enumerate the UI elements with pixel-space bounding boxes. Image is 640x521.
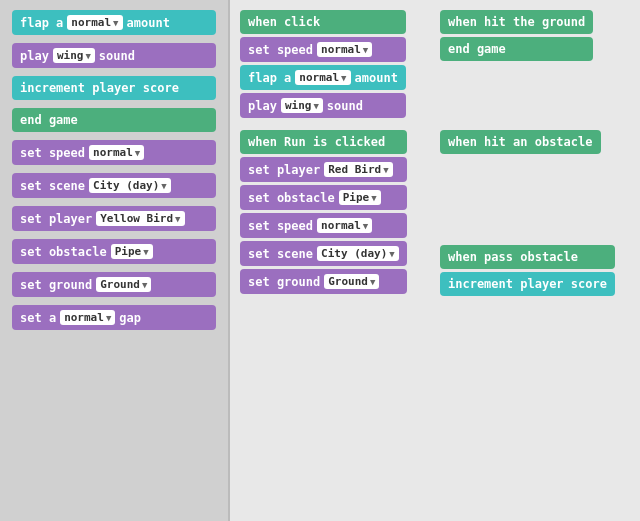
dropdown-normal[interactable]: normal bbox=[67, 15, 122, 30]
block-increment-score-r[interactable]: increment player score bbox=[440, 272, 615, 296]
block-set-speed-r2[interactable]: set speed normal bbox=[240, 213, 407, 238]
block-set-speed[interactable]: set speed normal bbox=[12, 140, 216, 165]
dropdown-wing-r1[interactable]: wing bbox=[281, 98, 323, 113]
trigger-when-hit-obstacle[interactable]: when hit an obstacle bbox=[440, 130, 601, 154]
block-label: set player bbox=[248, 163, 320, 177]
block-set-scene-r[interactable]: set scene City (day) bbox=[240, 241, 407, 266]
block-label: increment player score bbox=[20, 81, 179, 95]
when-hit-ground-group: when hit the ground end game bbox=[440, 10, 593, 61]
block-set-scene[interactable]: set scene City (day) bbox=[12, 173, 216, 198]
block-play-wing[interactable]: play wing sound bbox=[12, 43, 216, 68]
block-label: amount bbox=[127, 16, 170, 30]
block-label: set ground bbox=[248, 275, 320, 289]
trigger-when-run-clicked[interactable]: when Run is clicked bbox=[240, 130, 407, 154]
block-label: sound bbox=[327, 99, 363, 113]
right-panel: when click set speed normal flap a norma… bbox=[230, 0, 640, 521]
block-set-player-r[interactable]: set player Red Bird bbox=[240, 157, 407, 182]
trigger-when-click[interactable]: when click bbox=[240, 10, 406, 34]
block-end-game-r[interactable]: end game bbox=[440, 37, 593, 61]
trigger-label: when Run is clicked bbox=[248, 135, 385, 149]
block-label: play bbox=[20, 49, 49, 63]
trigger-label: when hit the ground bbox=[448, 15, 585, 29]
dropdown-obstacle-r[interactable]: Pipe bbox=[339, 190, 381, 205]
trigger-label: when hit an obstacle bbox=[448, 135, 593, 149]
dropdown-scene-r[interactable]: City (day) bbox=[317, 246, 399, 261]
block-label: gap bbox=[119, 311, 141, 325]
block-label: flap a bbox=[248, 71, 291, 85]
dropdown-scene[interactable]: City (day) bbox=[89, 178, 171, 193]
block-label: increment player score bbox=[448, 277, 607, 291]
dropdown-speed-r2[interactable]: normal bbox=[317, 218, 372, 233]
left-panel: flap a normal amount play wing sound inc… bbox=[0, 0, 230, 521]
block-flap-normal[interactable]: flap a normal amount bbox=[12, 10, 216, 35]
block-label: set obstacle bbox=[248, 191, 335, 205]
block-label: end game bbox=[20, 113, 78, 127]
block-label: set ground bbox=[20, 278, 92, 292]
dropdown-flap-r1[interactable]: normal bbox=[295, 70, 350, 85]
block-label: set scene bbox=[248, 247, 313, 261]
block-label: set obstacle bbox=[20, 245, 107, 259]
dropdown-speed-r1[interactable]: normal bbox=[317, 42, 372, 57]
dropdown-player[interactable]: Yellow Bird bbox=[96, 211, 184, 226]
when-run-clicked-group: when Run is clicked set player Red Bird … bbox=[240, 130, 407, 294]
trigger-label: when pass obstacle bbox=[448, 250, 578, 264]
trigger-label: when click bbox=[248, 15, 320, 29]
dropdown-obstacle[interactable]: Pipe bbox=[111, 244, 153, 259]
when-pass-obstacle-group: when pass obstacle increment player scor… bbox=[440, 245, 615, 296]
block-label: amount bbox=[355, 71, 398, 85]
block-set-obstacle-r[interactable]: set obstacle Pipe bbox=[240, 185, 407, 210]
dropdown-speed[interactable]: normal bbox=[89, 145, 144, 160]
dropdown-ground-r[interactable]: Ground bbox=[324, 274, 379, 289]
block-label: set player bbox=[20, 212, 92, 226]
block-set-obstacle[interactable]: set obstacle Pipe bbox=[12, 239, 216, 264]
block-set-player[interactable]: set player Yellow Bird bbox=[12, 206, 216, 231]
block-increment-score[interactable]: increment player score bbox=[12, 76, 216, 100]
block-set-ground[interactable]: set ground Ground bbox=[12, 272, 216, 297]
block-label: sound bbox=[99, 49, 135, 63]
block-label: set speed bbox=[20, 146, 85, 160]
block-label: set speed bbox=[248, 219, 313, 233]
dropdown-wing[interactable]: wing bbox=[53, 48, 95, 63]
when-click-group: when click set speed normal flap a norma… bbox=[240, 10, 406, 118]
block-label: set a bbox=[20, 311, 56, 325]
block-label: end game bbox=[448, 42, 506, 56]
block-end-game[interactable]: end game bbox=[12, 108, 216, 132]
block-label: set scene bbox=[20, 179, 85, 193]
block-set-speed-r1[interactable]: set speed normal bbox=[240, 37, 406, 62]
block-set-gap[interactable]: set a normal gap bbox=[12, 305, 216, 330]
block-flap-r1[interactable]: flap a normal amount bbox=[240, 65, 406, 90]
block-set-ground-r[interactable]: set ground Ground bbox=[240, 269, 407, 294]
dropdown-player-r[interactable]: Red Bird bbox=[324, 162, 392, 177]
dropdown-ground[interactable]: Ground bbox=[96, 277, 151, 292]
when-hit-obstacle-group: when hit an obstacle bbox=[440, 130, 601, 154]
block-label: flap a bbox=[20, 16, 63, 30]
block-label: play bbox=[248, 99, 277, 113]
trigger-when-pass-obstacle[interactable]: when pass obstacle bbox=[440, 245, 615, 269]
trigger-when-hit-ground[interactable]: when hit the ground bbox=[440, 10, 593, 34]
block-label: set speed bbox=[248, 43, 313, 57]
block-play-wing-r1[interactable]: play wing sound bbox=[240, 93, 406, 118]
dropdown-gap[interactable]: normal bbox=[60, 310, 115, 325]
